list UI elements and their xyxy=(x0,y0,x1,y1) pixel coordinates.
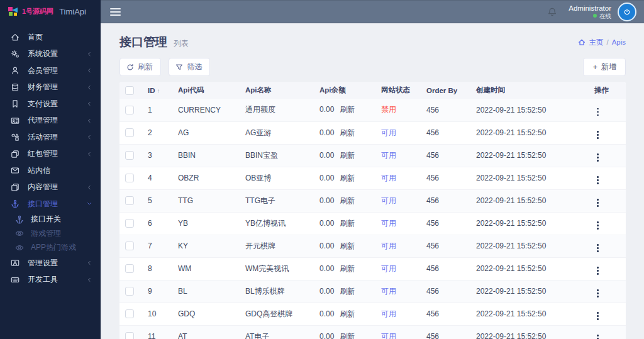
sidebar-item-label: 站内信 xyxy=(28,165,50,176)
cell-actions xyxy=(590,303,626,325)
sidebar-item-system-settings[interactable]: 系统设置 xyxy=(0,46,101,63)
sidebar-item-activities[interactable]: 活动管理 xyxy=(0,129,101,146)
balance-refresh-link[interactable]: 刷新 xyxy=(340,196,355,205)
menu-icon[interactable] xyxy=(110,6,121,18)
cell-api-balance: 0.00刷新 xyxy=(315,144,377,167)
sidebar-item-members[interactable]: 会员管理 xyxy=(0,62,101,79)
sidebar-item-label: 游戏管理 xyxy=(31,228,61,239)
row-checkbox[interactable] xyxy=(125,264,134,273)
cell-api-balance: 0.00刷新 xyxy=(315,235,377,257)
balance-refresh-link[interactable]: 刷新 xyxy=(340,128,355,137)
row-checkbox[interactable] xyxy=(125,242,134,250)
row-actions-button[interactable] xyxy=(594,197,601,208)
row-actions-button[interactable] xyxy=(594,130,601,140)
sidebar-item-api-management[interactable]: 接口管理 xyxy=(0,196,101,213)
cell-created-at: 2022-09-21 15:52:50 xyxy=(472,189,590,212)
sidebar-item-payment-settings[interactable]: 支付设置 xyxy=(0,96,101,113)
filter-button[interactable]: 筛选 xyxy=(169,58,210,76)
column-header-id[interactable]: ID↑ xyxy=(143,82,174,99)
brand-logo-icon xyxy=(8,6,19,17)
row-actions-button[interactable] xyxy=(594,333,601,339)
cell-api-name: 开元棋牌 xyxy=(241,235,315,257)
anchor-icon xyxy=(15,215,24,224)
cell-created-at: 2022-09-21 15:52:50 xyxy=(472,325,590,339)
sidebar-item-dev-tools[interactable]: 开发工具 xyxy=(0,272,101,289)
chevron-left-icon xyxy=(86,151,92,157)
balance-refresh-link[interactable]: 刷新 xyxy=(340,105,355,114)
sidebar-item-content[interactable]: 内容管理 xyxy=(0,179,101,196)
row-checkbox[interactable] xyxy=(125,174,134,182)
cell-api-code: AT xyxy=(174,325,241,339)
sidebar-item-label: 红包管理 xyxy=(28,148,58,159)
plus-icon: + xyxy=(592,63,597,71)
balance-refresh-link[interactable]: 刷新 xyxy=(340,174,355,182)
balance-value: 0.00 xyxy=(319,264,334,273)
sidebar: 1号源码网 TimiApi 首页 系统设置 会员管理 财务管理 支付设置 xyxy=(0,0,101,339)
cell-created-at: 2022-09-21 15:52:50 xyxy=(472,235,590,257)
row-actions-button[interactable] xyxy=(594,265,601,276)
cell-id: 3 xyxy=(143,144,174,167)
cell-created-at: 2022-09-21 15:52:50 xyxy=(472,121,590,144)
add-button[interactable]: + 新增 xyxy=(583,58,626,76)
row-checkbox[interactable] xyxy=(125,151,134,160)
brand-logo[interactable]: 1号源码网 TimiApi xyxy=(0,0,101,23)
sidebar-item-agents[interactable]: 代理管理 xyxy=(0,113,101,130)
cell-order-by: 456 xyxy=(422,303,472,325)
row-actions-button[interactable] xyxy=(594,288,601,299)
row-actions-button[interactable] xyxy=(594,220,601,231)
cell-id: 5 xyxy=(143,189,174,212)
breadcrumb-home-link[interactable]: 主页 xyxy=(589,38,603,47)
cell-api-name: AG亚游 xyxy=(241,121,315,144)
sidebar-item-label: 接口管理 xyxy=(28,199,58,209)
row-checkbox[interactable] xyxy=(125,106,134,114)
row-actions-button[interactable] xyxy=(594,243,601,253)
balance-refresh-link[interactable]: 刷新 xyxy=(340,219,355,228)
balance-refresh-link[interactable]: 刷新 xyxy=(340,332,355,339)
cell-api-code: AG xyxy=(174,121,241,144)
row-actions-button[interactable] xyxy=(594,152,601,163)
sidebar-item-finance[interactable]: 财务管理 xyxy=(0,79,101,96)
sidebar-item-messages[interactable]: 站内信 xyxy=(0,162,101,179)
row-checkbox[interactable] xyxy=(125,196,134,205)
sidebar-item-label: 内容管理 xyxy=(28,182,58,192)
status-badge: 可用 xyxy=(381,128,396,137)
balance-refresh-link[interactable]: 刷新 xyxy=(340,287,355,296)
row-checkbox[interactable] xyxy=(125,332,134,339)
sidebar-item-home[interactable]: 首页 xyxy=(0,29,101,46)
user-menu[interactable]: Administrator 在线 xyxy=(569,4,611,19)
row-checkbox[interactable] xyxy=(125,219,134,228)
breadcrumb-current[interactable]: Apis xyxy=(612,38,626,46)
cell-site-status: 可用 xyxy=(377,189,422,212)
row-actions-button[interactable] xyxy=(594,175,601,186)
breadcrumb-separator: / xyxy=(606,38,608,46)
sidebar-subitem-game-management[interactable]: 游戏管理 xyxy=(0,226,101,241)
online-dot-icon xyxy=(593,14,597,18)
id-card-icon xyxy=(11,258,19,267)
row-checkbox[interactable] xyxy=(125,309,134,318)
cell-actions xyxy=(590,325,626,339)
cell-api-code: OBZR xyxy=(174,167,241,189)
select-all-checkbox[interactable] xyxy=(125,86,134,95)
bell-icon[interactable] xyxy=(547,7,557,17)
bookmark-icon xyxy=(11,99,19,108)
chevron-left-icon xyxy=(86,118,92,124)
cell-id: 7 xyxy=(143,235,174,257)
cell-created-at: 2022-09-21 15:52:50 xyxy=(472,257,590,280)
row-checkbox[interactable] xyxy=(125,128,134,137)
row-checkbox[interactable] xyxy=(125,287,134,296)
refresh-button[interactable]: 刷新 xyxy=(119,58,161,76)
sidebar-item-red-packets[interactable]: 红包管理 xyxy=(0,146,101,163)
row-actions-button[interactable] xyxy=(594,107,601,118)
cell-actions xyxy=(590,144,626,167)
column-header-api-balance: Api余额 xyxy=(315,82,377,99)
avatar[interactable] xyxy=(618,3,636,21)
balance-refresh-link[interactable]: 刷新 xyxy=(340,151,355,160)
sidebar-subitem-app-hot-games[interactable]: APP热门游戏 xyxy=(0,241,101,255)
balance-refresh-link[interactable]: 刷新 xyxy=(340,264,355,273)
balance-refresh-link[interactable]: 刷新 xyxy=(340,242,355,250)
balance-refresh-link[interactable]: 刷新 xyxy=(340,309,355,318)
sidebar-subitem-api-switch[interactable]: 接口开关 xyxy=(0,213,101,227)
row-actions-button[interactable] xyxy=(594,311,601,321)
sidebar-item-admin-settings[interactable]: 管理设置 xyxy=(0,255,101,272)
balance-value: 0.00 xyxy=(319,196,334,205)
